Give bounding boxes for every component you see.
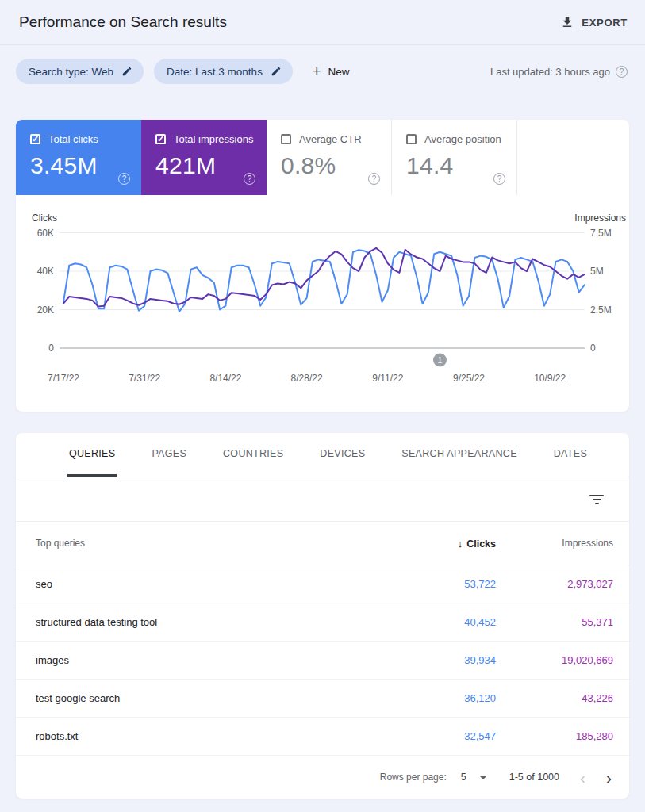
help-icon[interactable]: ? xyxy=(616,66,628,78)
time-series-chart[interactable]: Clicks Impressions 0020K2.5M40K5M60K7.5M… xyxy=(16,195,629,412)
table-header-row: Top queries ↓Clicks Impressions xyxy=(16,522,629,565)
svg-text:0: 0 xyxy=(590,343,596,354)
svg-text:0: 0 xyxy=(48,343,54,354)
new-filter-button[interactable]: + New xyxy=(313,64,350,79)
download-icon xyxy=(560,15,574,29)
app-header: Performance on Search results EXPORT xyxy=(0,0,645,45)
sort-desc-icon: ↓ xyxy=(458,538,463,550)
query-cell: structured data testing tool xyxy=(16,616,377,628)
average-position-card[interactable]: Average position 14.4 ? xyxy=(392,120,517,195)
impressions-cell: 2,973,027 xyxy=(496,578,613,590)
query-cell: seo xyxy=(16,578,377,590)
chart-canvas[interactable]: 0020K2.5M40K5M60K7.5M7/17/227/31/228/14/… xyxy=(16,195,628,412)
next-page-button[interactable]: › xyxy=(606,769,612,786)
total-clicks-card[interactable]: Total clicks 3.45M ? xyxy=(16,120,141,195)
table-filter-row xyxy=(16,477,629,522)
table-footer: Rows per page: 5 1-5 of 1000 ‹ › xyxy=(16,756,629,799)
new-filter-label: New xyxy=(328,66,349,78)
date-range-chip[interactable]: Date: Last 3 months xyxy=(154,59,293,84)
help-icon[interactable]: ? xyxy=(118,173,130,185)
clicks-header-label: Clicks xyxy=(466,538,496,550)
svg-text:9/11/22: 9/11/22 xyxy=(372,373,403,384)
table-row[interactable]: seo 53,722 2,973,027 xyxy=(16,565,629,603)
tab-devices[interactable]: DEVICES xyxy=(318,433,367,477)
filter-bar: Search type: Web Date: Last 3 months + N… xyxy=(0,59,645,84)
impressions-cell: 43,226 xyxy=(496,692,613,704)
search-type-chip[interactable]: Search type: Web xyxy=(16,59,144,84)
impressions-header[interactable]: Impressions xyxy=(496,538,613,549)
clicks-cell: 39,934 xyxy=(377,654,496,666)
total-clicks-checkbox[interactable] xyxy=(30,134,40,144)
plus-icon: + xyxy=(313,64,321,79)
total-impressions-label: Total impressions xyxy=(174,133,253,145)
pagination-range: 1-5 of 1000 xyxy=(509,772,559,783)
impressions-cell: 185,280 xyxy=(496,730,613,742)
svg-text:9/25/22: 9/25/22 xyxy=(453,373,485,384)
cards-filler xyxy=(517,120,629,195)
export-button[interactable]: EXPORT xyxy=(560,15,628,29)
table-row[interactable]: images 39,934 19,020,669 xyxy=(16,642,629,680)
average-position-label: Average position xyxy=(424,133,501,145)
date-range-chip-label: Date: Last 3 months xyxy=(167,66,263,78)
metric-cards-row: Total clicks 3.45M ? Total impressions 4… xyxy=(16,120,629,195)
svg-text:60K: 60K xyxy=(37,228,54,239)
clicks-cell: 32,547 xyxy=(377,730,496,742)
impressions-cell: 55,371 xyxy=(496,616,613,628)
total-clicks-label: Total clicks xyxy=(48,133,98,145)
svg-text:8/14/22: 8/14/22 xyxy=(209,373,241,384)
svg-text:40K: 40K xyxy=(37,266,54,277)
query-cell: test google search xyxy=(16,692,377,704)
svg-text:7/17/22: 7/17/22 xyxy=(48,373,79,384)
table-row[interactable]: structured data testing tool 40,452 55,3… xyxy=(16,603,629,642)
page-title: Performance on Search results xyxy=(19,13,227,31)
edit-pencil-icon xyxy=(271,66,282,77)
clicks-cell: 36,120 xyxy=(377,692,496,704)
dimensions-table-panel: QUERIES PAGES COUNTRIES DEVICES SEARCH A… xyxy=(16,433,629,799)
tab-queries[interactable]: QUERIES xyxy=(67,433,117,477)
svg-text:20K: 20K xyxy=(37,304,54,316)
impressions-cell: 19,020,669 xyxy=(496,654,613,666)
help-icon[interactable]: ? xyxy=(368,173,380,185)
tab-search-appearance[interactable]: SEARCH APPEARANCE xyxy=(400,433,518,477)
rows-per-page-label: Rows per page: xyxy=(380,772,447,783)
rows-per-page-dropdown-icon[interactable] xyxy=(479,776,487,779)
svg-text:7.5M: 7.5M xyxy=(590,228,612,239)
last-updated: Last updated: 3 hours ago ? xyxy=(490,66,628,78)
rows-per-page-value[interactable]: 5 xyxy=(461,772,466,783)
svg-text:7/31/22: 7/31/22 xyxy=(129,373,160,384)
table-row[interactable]: test google search 36,120 43,226 xyxy=(16,680,629,718)
average-ctr-checkbox[interactable] xyxy=(281,134,291,144)
previous-page-button[interactable]: ‹ xyxy=(580,769,585,786)
tab-countries[interactable]: COUNTRIES xyxy=(221,433,285,477)
svg-text:8/28/22: 8/28/22 xyxy=(291,373,323,384)
total-impressions-checkbox[interactable] xyxy=(155,134,166,144)
filter-icon[interactable] xyxy=(586,492,607,508)
clicks-header[interactable]: ↓Clicks xyxy=(377,538,496,550)
query-cell: robots.txt xyxy=(16,730,377,742)
svg-text:1: 1 xyxy=(438,355,443,365)
performance-chart-panel: Total clicks 3.45M ? Total impressions 4… xyxy=(16,120,629,412)
average-ctr-label: Average CTR xyxy=(299,133,362,145)
average-ctr-card[interactable]: Average CTR 0.8% ? xyxy=(267,120,392,195)
total-impressions-card[interactable]: Total impressions 421M ? xyxy=(141,120,267,195)
top-queries-header[interactable]: Top queries xyxy=(16,538,377,549)
help-icon[interactable]: ? xyxy=(493,173,505,185)
export-button-label: EXPORT xyxy=(582,17,628,29)
clicks-cell: 53,722 xyxy=(377,578,496,590)
svg-text:10/9/22: 10/9/22 xyxy=(534,373,566,384)
query-cell: images xyxy=(16,654,377,666)
help-icon[interactable]: ? xyxy=(244,173,255,185)
table-row[interactable]: robots.txt 32,547 185,280 xyxy=(16,718,629,756)
svg-text:5M: 5M xyxy=(590,266,604,277)
svg-text:2.5M: 2.5M xyxy=(590,304,612,316)
edit-pencil-icon xyxy=(121,66,132,77)
dimension-tabs: QUERIES PAGES COUNTRIES DEVICES SEARCH A… xyxy=(16,433,629,477)
search-type-chip-label: Search type: Web xyxy=(29,66,113,78)
tab-pages[interactable]: PAGES xyxy=(150,433,188,477)
average-position-checkbox[interactable] xyxy=(406,134,417,144)
last-updated-text: Last updated: 3 hours ago xyxy=(490,66,610,78)
tab-dates[interactable]: DATES xyxy=(552,433,589,477)
clicks-cell: 40,452 xyxy=(377,616,496,628)
